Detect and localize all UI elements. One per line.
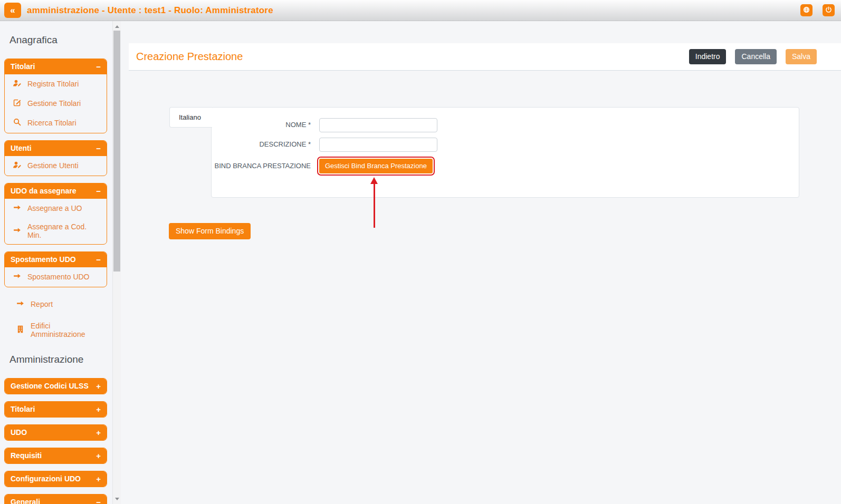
plus-icon[interactable]: +: [96, 382, 101, 390]
minus-icon[interactable]: −: [96, 63, 101, 71]
sidebar-item-label: Edifici Amministrazione: [31, 322, 103, 338]
sidebar-heading-amministrazione: Amministrazione: [9, 354, 107, 365]
logout-power-button[interactable]: [823, 4, 835, 16]
indietro-button[interactable]: Indietro: [689, 49, 727, 64]
app-title: amministrazione - Utente : test1 - Ruolo…: [27, 5, 273, 16]
sidebar-item-assegnare-a-cod-min[interactable]: Assegnare a Cod. Min.: [5, 218, 107, 244]
sidebar-heading-anagrafica: Anagrafica: [9, 34, 107, 46]
panel-label: Titolari: [11, 405, 35, 413]
nome-label: NOME *: [212, 120, 311, 130]
panel-label: UDO da assegnare: [11, 187, 77, 195]
panel-label: Configurazioni UDO: [11, 474, 81, 483]
sidebar-panel-titolari: Titolari − Registra Titolari: [4, 59, 107, 133]
minus-icon[interactable]: −: [96, 144, 101, 152]
sidebar-panel-udo-da-assegnare: UDO da assegnare − Assegnare a UO: [4, 183, 107, 245]
main-content: Creazione Prestazione Indietro Cancella …: [121, 21, 841, 504]
globe-icon: [802, 6, 810, 15]
sidebar-panel-generali: Generali − Direzioni: [4, 494, 107, 504]
panel-label: Generali: [11, 498, 40, 504]
panel-label: Titolari: [11, 62, 35, 71]
panel-label: Requisiti: [11, 451, 42, 460]
sidebar-panel-configurazioni-udo-header[interactable]: Configurazioni UDO +: [5, 471, 107, 487]
sidebar-item-edifici-amministrazione[interactable]: Edifici Amministrazione: [8, 317, 107, 343]
plus-icon[interactable]: +: [96, 475, 101, 483]
sidebar-item-label: Gestione Utenti: [27, 161, 79, 170]
sidebar-panel-titolari-header[interactable]: Titolari −: [5, 59, 107, 74]
search-icon: [13, 118, 22, 128]
user-edit-icon: [13, 160, 22, 171]
sidebar-panel-spostamento-udo-header[interactable]: Spostamento UDO −: [5, 252, 107, 267]
sidebar-item-label: Assegnare a Cod. Min.: [27, 222, 102, 239]
sidebar-scrollbar[interactable]: [112, 21, 121, 504]
topbar: « amministrazione - Utente : test1 - Ruo…: [0, 0, 841, 21]
arrow-right-icon: [13, 272, 22, 282]
panel-label: Utenti: [11, 144, 32, 152]
form-content: NOME * DESCRIZIONE * BIND BRANCA PRESTAZ…: [212, 108, 799, 185]
sidebar-panel-udo-da-assegnare-header[interactable]: UDO da assegnare −: [5, 183, 107, 199]
minus-icon[interactable]: −: [96, 498, 101, 504]
scrollbar-thumb[interactable]: [113, 31, 120, 272]
sidebar-item-ricerca-titolari[interactable]: Ricerca Titolari: [5, 113, 107, 133]
page-actions: Indietro Cancella Salva: [689, 49, 817, 64]
sidebar-item-label: Ricerca Titolari: [27, 119, 77, 127]
user-edit-icon: [13, 79, 22, 89]
tab-italiano[interactable]: Italiano: [169, 107, 212, 128]
sidebar-item-label: Spostamento UDO: [27, 273, 90, 281]
bind-branca-label: BIND BRANCA PRESTAZIONE: [212, 161, 311, 171]
plus-icon[interactable]: +: [96, 405, 101, 413]
sidebar-panel-utenti-header[interactable]: Utenti −: [5, 141, 107, 156]
sidebar-item-registra-titolari[interactable]: Registra Titolari: [5, 74, 107, 94]
sidebar-panel-generali-header[interactable]: Generali −: [5, 495, 107, 504]
panel-label: Spostamento UDO: [11, 255, 76, 264]
sidebar-panel-requisiti-header[interactable]: Requisiti +: [5, 448, 107, 463]
edit-square-icon: [13, 98, 22, 109]
sidebar-panel-utenti: Utenti − Gestione Utenti: [4, 140, 107, 176]
page-title: Creazione Prestazione: [136, 51, 243, 63]
sidebar-panel-spostamento-udo: Spostamento UDO − Spostamento UDO: [4, 251, 107, 287]
minus-icon[interactable]: −: [96, 256, 101, 264]
sidebar-item-spostamento-udo[interactable]: Spostamento UDO: [5, 267, 107, 287]
scrollbar-down-arrow-icon[interactable]: [113, 495, 121, 503]
cancella-button[interactable]: Cancella: [735, 49, 776, 64]
sidebar-panel-gestione-codici-ulss-header[interactable]: Gestione Codici ULSS +: [5, 379, 107, 394]
arrow-right-icon: [16, 299, 25, 309]
descrizione-label: DESCRIZIONE *: [212, 139, 311, 150]
sidebar-item-gestione-utenti[interactable]: Gestione Utenti: [5, 156, 107, 176]
minus-icon[interactable]: −: [96, 187, 101, 195]
panel-label: Gestione Codici ULSS: [11, 382, 89, 390]
sidebar-item-assegnare-a-uo[interactable]: Assegnare a UO: [5, 199, 107, 218]
plus-icon[interactable]: +: [96, 429, 101, 437]
sidebar-panel-titolari-admin-header[interactable]: Titolari +: [5, 402, 107, 417]
sidebar-item-label: Assegnare a UO: [27, 204, 82, 212]
form-row-nome: NOME *: [212, 118, 799, 132]
prestazione-form-panel: Italiano NOME * DESCRIZIONE * BIND BRANC…: [211, 107, 799, 198]
scrollbar-up-arrow-icon[interactable]: [113, 22, 121, 31]
language-globe-button[interactable]: [800, 4, 813, 16]
page-header: Creazione Prestazione Indietro Cancella …: [129, 43, 841, 71]
sidebar-panel-udo: UDO +: [4, 424, 107, 441]
salva-button[interactable]: Salva: [786, 49, 817, 64]
sidebar-panel-requisiti: Requisiti +: [4, 448, 107, 464]
gestisci-bind-branca-button[interactable]: Gestisci Bind Branca Prestazione: [319, 159, 433, 173]
descrizione-input[interactable]: [319, 138, 437, 152]
panel-label: UDO: [11, 428, 27, 437]
power-icon: [825, 6, 833, 15]
sidebar: Anagrafica Titolari − Registra Tito: [0, 21, 121, 504]
plus-icon[interactable]: +: [96, 452, 101, 460]
sidebar-panel-configurazioni-udo: Configurazioni UDO +: [4, 471, 107, 487]
sidebar-item-report[interactable]: Report: [8, 295, 107, 314]
sidebar-item-gestione-titolari[interactable]: Gestione Titolari: [5, 94, 107, 113]
sidebar-panel-udo-header[interactable]: UDO +: [5, 425, 107, 440]
sidebar-item-label: Report: [31, 300, 53, 308]
form-row-descrizione: DESCRIZIONE *: [212, 138, 799, 152]
sidebar-panel-gestione-codici-ulss: Gestione Codici ULSS +: [4, 378, 107, 394]
sidebar-item-label: Gestione Titolari: [27, 99, 81, 108]
show-form-bindings-button[interactable]: Show Form Bindings: [169, 223, 251, 239]
sidebar-panel-titolari-admin: Titolari +: [4, 401, 107, 418]
topbar-actions: [800, 4, 835, 16]
building-icon: [16, 325, 25, 335]
arrow-right-icon: [13, 203, 22, 214]
nome-input[interactable]: [319, 118, 437, 132]
form-row-bind-branca: BIND BRANCA PRESTAZIONE Gestisci Bind Br…: [212, 157, 799, 173]
sidebar-collapse-button[interactable]: «: [4, 3, 21, 18]
